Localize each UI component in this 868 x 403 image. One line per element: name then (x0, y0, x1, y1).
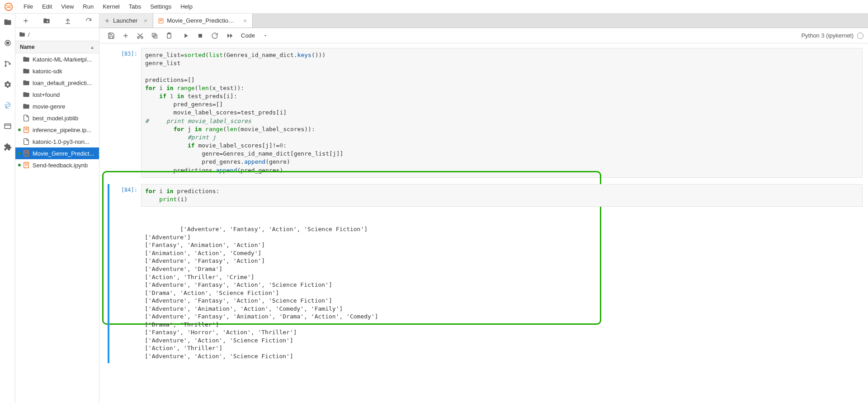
cut-icon[interactable] (137, 32, 144, 39)
notebook-icon (23, 126, 30, 133)
notebook-icon (158, 18, 164, 24)
file-item-label: inference_pipeline.ip... (33, 127, 91, 133)
breadcrumb[interactable]: / (15, 28, 99, 41)
folder-icon (23, 103, 30, 110)
file-item-label: katonic-sdk (33, 68, 62, 75)
running-dot-icon (18, 128, 21, 131)
svg-rect-18 (160, 20, 162, 21)
kernel-name: Python 3 (ipykernel) (801, 32, 854, 39)
file-item-label: best_model.joblib (33, 115, 78, 122)
upload-icon[interactable] (64, 17, 71, 24)
stop-icon[interactable] (197, 32, 204, 39)
insert-cell-icon[interactable] (122, 32, 129, 39)
file-item-label: movie-genre (33, 103, 65, 110)
folder-icon (23, 79, 30, 86)
folder-icon (23, 91, 30, 98)
tab[interactable]: Launcher (99, 14, 153, 28)
menu-edit[interactable]: Edit (38, 1, 57, 12)
svg-point-0 (5, 3, 13, 10)
folder-icon (23, 56, 30, 63)
save-icon[interactable] (108, 32, 115, 39)
tab[interactable]: Movie_Genre_Prediction.ipyn (153, 14, 253, 28)
svg-rect-2 (6, 42, 9, 44)
file-item[interactable]: Katonic-ML-Marketpl... (15, 53, 99, 65)
svg-point-19 (137, 37, 139, 38)
cell-input[interactable]: genre_list=sorted(list(Genres_id_name_di… (141, 48, 863, 178)
sort-caret-icon: ▲ (90, 45, 94, 50)
running-icon[interactable] (4, 39, 12, 47)
breadcrumb-root[interactable]: / (28, 31, 30, 38)
file-item[interactable]: Movie_Genre_Predict... (15, 147, 99, 159)
new-folder-icon[interactable] (43, 17, 50, 24)
cell-prompt: [84]: (105, 184, 141, 363)
cell-type-select[interactable]: Code (241, 32, 268, 39)
svg-point-5 (9, 63, 10, 65)
svg-point-3 (5, 61, 6, 62)
menu-tabs[interactable]: Tabs (124, 1, 146, 12)
plus-icon (104, 18, 110, 24)
file-item[interactable]: movie-genre (15, 100, 99, 112)
kernel-status[interactable]: Python 3 (ipykernel) (801, 32, 863, 39)
file-item[interactable]: katonic-sdk (15, 65, 99, 77)
svg-rect-8 (25, 128, 28, 129)
menu-run[interactable]: Run (78, 1, 98, 12)
activity-bar (0, 14, 15, 403)
refresh-icon[interactable] (85, 17, 92, 24)
tabs-icon[interactable] (4, 122, 12, 130)
git-icon[interactable] (4, 60, 12, 68)
file-item[interactable]: katonic-1.0-py3-non... (15, 136, 99, 147)
menu-help[interactable]: Help (176, 1, 197, 12)
file-icon (23, 138, 30, 145)
file-item[interactable]: loan_default_predicti... (15, 77, 99, 89)
restart-run-all-icon[interactable] (226, 32, 233, 39)
cell-input[interactable]: for i in predictions: print(i) (141, 184, 863, 207)
running-dot-icon (18, 70, 21, 72)
file-item[interactable]: lost+found (15, 89, 99, 100)
menu-settings[interactable]: Settings (146, 1, 176, 12)
code-cell[interactable]: [84]: for i in predictions: print(i) ['A… (105, 184, 863, 363)
file-item-label: Katonic-ML-Marketpl... (33, 56, 92, 63)
new-launcher-icon[interactable] (22, 17, 29, 24)
run-icon[interactable] (182, 32, 189, 39)
menu-file[interactable]: File (19, 1, 38, 12)
extensions-icon[interactable] (4, 143, 12, 151)
running-dot-icon (18, 58, 21, 61)
file-item[interactable]: inference_pipeline.ip... (15, 124, 99, 136)
file-icon (23, 114, 30, 122)
folder-icon[interactable] (4, 18, 12, 26)
menu-view[interactable]: View (57, 1, 78, 12)
tab-bar: LauncherMovie_Genre_Prediction.ipyn (99, 14, 868, 28)
python-icon[interactable] (4, 101, 12, 109)
svg-rect-17 (160, 19, 162, 20)
settings-icon[interactable] (4, 81, 12, 89)
file-list-header[interactable]: Name ▲ (15, 41, 99, 53)
running-dot-icon (18, 81, 21, 84)
running-dot-icon (18, 117, 21, 119)
code-cell[interactable]: [83]: genre_list=sorted(list(Genres_id_n… (105, 48, 863, 178)
svg-rect-9 (25, 129, 28, 130)
cell-prompt: [83]: (105, 48, 141, 178)
close-icon[interactable] (143, 18, 148, 24)
output-collapser[interactable] (108, 207, 109, 363)
svg-rect-11 (25, 152, 28, 152)
kernel-indicator-icon (857, 33, 863, 39)
running-dot-icon (18, 164, 21, 166)
notebook-icon (23, 161, 30, 169)
menu-kernel[interactable]: Kernel (98, 1, 124, 12)
close-icon[interactable] (242, 18, 248, 24)
copy-icon[interactable] (151, 32, 158, 39)
file-list: Katonic-ML-Marketpl...katonic-sdkloan_de… (15, 53, 99, 403)
file-item[interactable]: best_model.joblib (15, 112, 99, 124)
file-item-label: loan_default_predicti... (33, 80, 92, 86)
svg-rect-6 (5, 124, 11, 129)
restart-icon[interactable] (211, 32, 218, 39)
svg-rect-12 (25, 153, 28, 153)
svg-point-4 (5, 65, 6, 66)
svg-rect-25 (198, 34, 202, 38)
file-item[interactable]: Send-feedback.ipynb (15, 159, 99, 171)
running-dot-icon (18, 105, 21, 108)
notebook[interactable]: [83]: genre_list=sorted(list(Genres_id_n… (99, 43, 868, 403)
file-browser-toolbar (15, 14, 99, 28)
tab-label: Launcher (113, 17, 137, 24)
paste-icon[interactable] (165, 32, 173, 39)
